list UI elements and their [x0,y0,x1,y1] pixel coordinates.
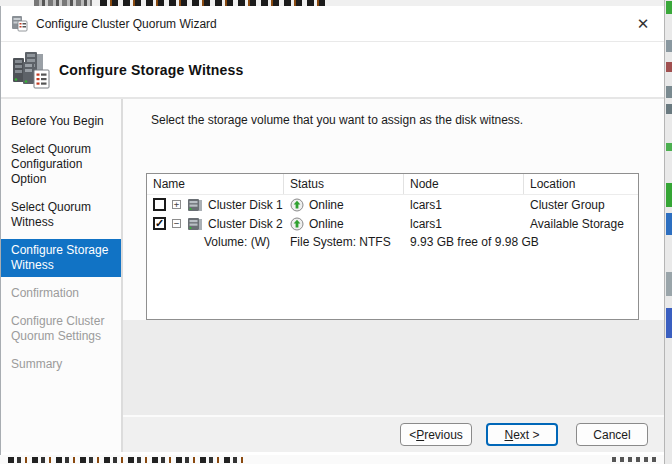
background-window-text-sliver [612,457,660,462]
online-status-icon [290,198,304,212]
next-button[interactable]: Next > [486,423,558,446]
step-configure-storage-witness: Configure Storage Witness [1,239,121,277]
free-space-label: 9.93 GB free of 9.98 GB [404,235,539,249]
screen: Configure Cluster Quorum Wizard ✕ [0,0,672,464]
column-header-node[interactable]: Node [404,174,524,194]
previous-button[interactable]: < Previous [400,423,472,446]
footer-button-bar: < Previous Next > Cancel [123,415,664,452]
table-row-cluster-disk-2[interactable]: ✓ − Cluster Disk 2 [147,214,638,233]
configure-cluster-quorum-wizard-dialog: Configure Cluster Quorum Wizard ✕ [0,6,664,455]
wizard-steps-sidebar: Before You Begin Select Quorum Configura… [1,99,123,452]
cluster-disk-2-collapse-icon[interactable]: − [172,219,181,228]
column-header-status[interactable]: Status [284,174,404,194]
page-title: Configure Storage Witness [59,62,244,78]
cancel-button[interactable]: Cancel [576,423,648,446]
background-icon-sliver [666,183,672,207]
cluster-disk-1-expand-icon[interactable]: + [172,200,181,209]
close-icon[interactable]: ✕ [624,7,662,40]
background-window-text-sliver [8,457,248,463]
cluster-disk-1-checkbox[interactable] [153,198,166,211]
background-icon-sliver [666,62,672,72]
wizard-header: Configure Storage Witness [1,42,664,99]
disk-status: Online [309,217,344,231]
step-select-quorum-witness: Select Quorum Witness [1,196,121,234]
background-window-right-sliver [664,0,672,464]
background-window-bottom-sliver [0,455,664,464]
disk-location: Cluster Group [524,198,638,212]
table-row-cluster-disk-1[interactable]: + Cluster Disk 1 [147,195,638,214]
disk-name: Cluster Disk 1 [208,198,283,212]
column-header-name[interactable]: Name [147,174,284,194]
storage-servers-icon [11,50,53,90]
title-bar[interactable]: Configure Cluster Quorum Wizard ✕ [1,6,664,42]
instruction-text: Select the storage volume that you want … [151,113,523,127]
disk-name: Cluster Disk 2 [208,217,283,231]
step-configure-cluster-quorum-settings: Configure Cluster Quorum Settings [1,310,121,348]
background-icon-sliver [666,40,672,52]
filesystem-label: File System: NTFS [284,235,404,249]
disk-node: lcars1 [404,198,524,212]
disk-location: Available Storage [524,217,638,231]
content-lower-area [123,320,664,415]
list-header: Name Status Node Location [147,174,638,195]
step-summary: Summary [1,353,121,376]
wizard-app-icon [11,15,28,32]
background-icon-sliver [666,272,672,296]
background-icon-sliver [666,1,672,14]
background-icon-sliver [666,143,672,151]
step-confirmation: Confirmation [1,282,121,305]
window-title: Configure Cluster Quorum Wizard [36,17,217,31]
background-icon-sliver [666,104,672,114]
step-select-quorum-configuration-option: Select Quorum Configuration Option [1,138,121,191]
cluster-disk-2-checkbox[interactable]: ✓ [153,217,166,230]
volume-label: Volume: (W) [147,235,284,249]
disk-status: Online [309,198,344,212]
background-icon-sliver [666,86,672,98]
table-subrow-volume-detail: Volume: (W) File System: NTFS 9.93 GB fr… [147,233,638,251]
disk-node: lcars1 [404,217,524,231]
online-status-icon [290,217,304,231]
main-content: Select the storage volume that you want … [123,99,664,415]
disk-icon [187,198,203,212]
storage-volume-list: Name Status Node Location + [146,173,639,320]
disk-icon [187,217,203,231]
background-icon-sliver [666,213,672,235]
step-before-you-begin: Before You Begin [1,110,121,133]
background-icon-sliver [666,308,672,338]
column-header-location[interactable]: Location [524,174,638,194]
